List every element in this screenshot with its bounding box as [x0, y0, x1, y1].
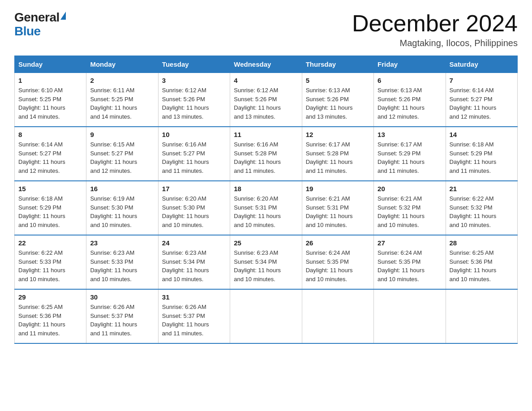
- location-title: Magtaking, Ilocos, Philippines: [352, 38, 518, 48]
- logo-general-text: General: [14, 11, 60, 25]
- header-sunday: Sunday: [15, 56, 86, 73]
- calendar-day-cell: 6Sunrise: 6:13 AMSunset: 5:26 PMDaylight…: [374, 73, 446, 127]
- calendar-header-row: SundayMondayTuesdayWednesdayThursdayFrid…: [15, 56, 518, 73]
- calendar-day-cell: 27Sunrise: 6:24 AMSunset: 5:35 PMDayligh…: [374, 235, 446, 289]
- calendar-day-cell: 2Sunrise: 6:11 AMSunset: 5:25 PMDaylight…: [86, 73, 158, 127]
- calendar-day-cell: 14Sunrise: 6:18 AMSunset: 5:29 PMDayligh…: [446, 127, 517, 181]
- day-detail: Sunrise: 6:23 AMSunset: 5:33 PMDaylight:…: [90, 248, 154, 283]
- day-detail: Sunrise: 6:24 AMSunset: 5:35 PMDaylight:…: [378, 248, 442, 283]
- day-number: 14: [450, 131, 514, 138]
- day-number: 7: [450, 77, 514, 84]
- calendar-day-cell: 23Sunrise: 6:23 AMSunset: 5:33 PMDayligh…: [86, 235, 158, 289]
- calendar-day-cell: 15Sunrise: 6:18 AMSunset: 5:29 PMDayligh…: [15, 181, 86, 235]
- day-number: 4: [234, 77, 298, 84]
- calendar-day-cell: 22Sunrise: 6:22 AMSunset: 5:33 PMDayligh…: [15, 235, 86, 289]
- logo-blue-text: Blue: [14, 25, 41, 39]
- day-number: 1: [18, 77, 82, 84]
- month-title: December 2024: [352, 11, 518, 36]
- day-number: 6: [378, 77, 442, 84]
- day-detail: Sunrise: 6:26 AMSunset: 5:37 PMDaylight:…: [90, 303, 154, 338]
- day-detail: Sunrise: 6:17 AMSunset: 5:29 PMDaylight:…: [378, 140, 442, 175]
- day-detail: Sunrise: 6:25 AMSunset: 5:36 PMDaylight:…: [18, 303, 82, 338]
- day-detail: Sunrise: 6:18 AMSunset: 5:29 PMDaylight:…: [450, 140, 514, 175]
- day-detail: Sunrise: 6:24 AMSunset: 5:35 PMDaylight:…: [306, 248, 370, 283]
- day-number: 3: [162, 77, 226, 84]
- day-detail: Sunrise: 6:26 AMSunset: 5:37 PMDaylight:…: [162, 303, 226, 338]
- header-saturday: Saturday: [446, 56, 517, 73]
- day-detail: Sunrise: 6:14 AMSunset: 5:27 PMDaylight:…: [450, 86, 514, 121]
- day-number: 24: [162, 239, 226, 247]
- day-detail: Sunrise: 6:25 AMSunset: 5:36 PMDaylight:…: [450, 248, 514, 283]
- day-number: 9: [90, 131, 154, 138]
- calendar-day-cell: [374, 289, 446, 343]
- day-number: 21: [450, 185, 514, 193]
- day-number: 29: [18, 293, 82, 301]
- logo: General Blue: [14, 11, 66, 39]
- calendar-day-cell: 7Sunrise: 6:14 AMSunset: 5:27 PMDaylight…: [446, 73, 517, 127]
- day-number: 27: [378, 239, 442, 247]
- calendar-day-cell: [446, 289, 517, 343]
- day-number: 23: [90, 239, 154, 247]
- calendar-day-cell: 16Sunrise: 6:19 AMSunset: 5:30 PMDayligh…: [86, 181, 158, 235]
- calendar-day-cell: 24Sunrise: 6:23 AMSunset: 5:34 PMDayligh…: [158, 235, 230, 289]
- calendar-day-cell: 17Sunrise: 6:20 AMSunset: 5:30 PMDayligh…: [158, 181, 230, 235]
- day-number: 22: [18, 239, 82, 247]
- day-detail: Sunrise: 6:22 AMSunset: 5:32 PMDaylight:…: [450, 194, 514, 229]
- day-detail: Sunrise: 6:10 AMSunset: 5:25 PMDaylight:…: [18, 86, 82, 121]
- day-number: 31: [162, 293, 226, 301]
- calendar-day-cell: 1Sunrise: 6:10 AMSunset: 5:25 PMDaylight…: [15, 73, 86, 127]
- calendar-day-cell: 29Sunrise: 6:25 AMSunset: 5:36 PMDayligh…: [15, 289, 86, 343]
- calendar-day-cell: 18Sunrise: 6:20 AMSunset: 5:31 PMDayligh…: [230, 181, 302, 235]
- day-detail: Sunrise: 6:14 AMSunset: 5:27 PMDaylight:…: [18, 140, 82, 175]
- calendar-week-row: 29Sunrise: 6:25 AMSunset: 5:36 PMDayligh…: [15, 289, 518, 343]
- day-detail: Sunrise: 6:15 AMSunset: 5:27 PMDaylight:…: [90, 140, 154, 175]
- calendar-day-cell: 30Sunrise: 6:26 AMSunset: 5:37 PMDayligh…: [86, 289, 158, 343]
- calendar-week-row: 15Sunrise: 6:18 AMSunset: 5:29 PMDayligh…: [15, 181, 518, 235]
- day-detail: Sunrise: 6:18 AMSunset: 5:29 PMDaylight:…: [18, 194, 82, 229]
- calendar-week-row: 22Sunrise: 6:22 AMSunset: 5:33 PMDayligh…: [15, 235, 518, 289]
- calendar-day-cell: 13Sunrise: 6:17 AMSunset: 5:29 PMDayligh…: [374, 127, 446, 181]
- calendar-week-row: 1Sunrise: 6:10 AMSunset: 5:25 PMDaylight…: [15, 73, 518, 127]
- day-number: 30: [90, 293, 154, 301]
- calendar-day-cell: 12Sunrise: 6:17 AMSunset: 5:28 PMDayligh…: [302, 127, 373, 181]
- calendar-day-cell: 26Sunrise: 6:24 AMSunset: 5:35 PMDayligh…: [302, 235, 373, 289]
- day-number: 10: [162, 131, 226, 138]
- header-tuesday: Tuesday: [158, 56, 230, 73]
- calendar-day-cell: 19Sunrise: 6:21 AMSunset: 5:31 PMDayligh…: [302, 181, 373, 235]
- day-detail: Sunrise: 6:23 AMSunset: 5:34 PMDaylight:…: [162, 248, 226, 283]
- calendar-week-row: 8Sunrise: 6:14 AMSunset: 5:27 PMDaylight…: [15, 127, 518, 181]
- day-detail: Sunrise: 6:13 AMSunset: 5:26 PMDaylight:…: [378, 86, 442, 121]
- day-detail: Sunrise: 6:13 AMSunset: 5:26 PMDaylight:…: [306, 86, 370, 121]
- day-number: 13: [378, 131, 442, 138]
- logo-arrow-icon: [60, 12, 66, 20]
- calendar-day-cell: 28Sunrise: 6:25 AMSunset: 5:36 PMDayligh…: [446, 235, 517, 289]
- day-detail: Sunrise: 6:16 AMSunset: 5:27 PMDaylight:…: [162, 140, 226, 175]
- calendar-day-cell: 10Sunrise: 6:16 AMSunset: 5:27 PMDayligh…: [158, 127, 230, 181]
- calendar-table: SundayMondayTuesdayWednesdayThursdayFrid…: [14, 56, 518, 344]
- day-number: 20: [378, 185, 442, 193]
- calendar-day-cell: [230, 289, 302, 343]
- header-wednesday: Wednesday: [230, 56, 302, 73]
- day-number: 26: [306, 239, 370, 247]
- calendar-day-cell: [302, 289, 373, 343]
- calendar-day-cell: 3Sunrise: 6:12 AMSunset: 5:26 PMDaylight…: [158, 73, 230, 127]
- calendar-day-cell: 5Sunrise: 6:13 AMSunset: 5:26 PMDaylight…: [302, 73, 373, 127]
- day-number: 19: [306, 185, 370, 193]
- calendar-day-cell: 9Sunrise: 6:15 AMSunset: 5:27 PMDaylight…: [86, 127, 158, 181]
- day-detail: Sunrise: 6:23 AMSunset: 5:34 PMDaylight:…: [234, 248, 298, 283]
- day-detail: Sunrise: 6:12 AMSunset: 5:26 PMDaylight:…: [234, 86, 298, 121]
- day-detail: Sunrise: 6:21 AMSunset: 5:31 PMDaylight:…: [306, 194, 370, 229]
- day-number: 15: [18, 185, 82, 193]
- day-detail: Sunrise: 6:20 AMSunset: 5:30 PMDaylight:…: [162, 194, 226, 229]
- calendar-day-cell: 21Sunrise: 6:22 AMSunset: 5:32 PMDayligh…: [446, 181, 517, 235]
- header-thursday: Thursday: [302, 56, 373, 73]
- day-detail: Sunrise: 6:19 AMSunset: 5:30 PMDaylight:…: [90, 194, 154, 229]
- day-detail: Sunrise: 6:21 AMSunset: 5:32 PMDaylight:…: [378, 194, 442, 229]
- day-number: 25: [234, 239, 298, 247]
- day-number: 16: [90, 185, 154, 193]
- day-number: 2: [90, 77, 154, 84]
- calendar-day-cell: 8Sunrise: 6:14 AMSunset: 5:27 PMDaylight…: [15, 127, 86, 181]
- day-detail: Sunrise: 6:17 AMSunset: 5:28 PMDaylight:…: [306, 140, 370, 175]
- calendar-day-cell: 4Sunrise: 6:12 AMSunset: 5:26 PMDaylight…: [230, 73, 302, 127]
- calendar-day-cell: 25Sunrise: 6:23 AMSunset: 5:34 PMDayligh…: [230, 235, 302, 289]
